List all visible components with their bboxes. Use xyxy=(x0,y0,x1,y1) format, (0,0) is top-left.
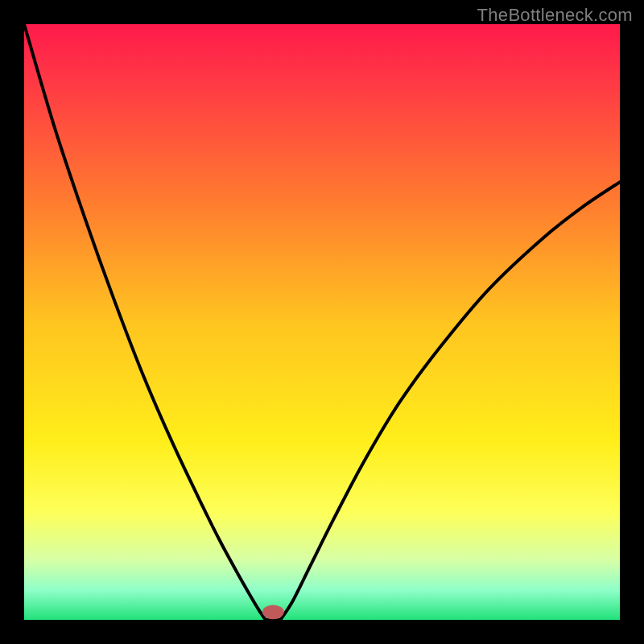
watermark-text: TheBottleneck.com xyxy=(477,5,633,26)
chart-frame: TheBottleneck.com xyxy=(0,0,644,644)
gradient-background xyxy=(24,24,620,620)
chart-plot xyxy=(24,24,620,620)
tip-marker xyxy=(262,605,284,620)
